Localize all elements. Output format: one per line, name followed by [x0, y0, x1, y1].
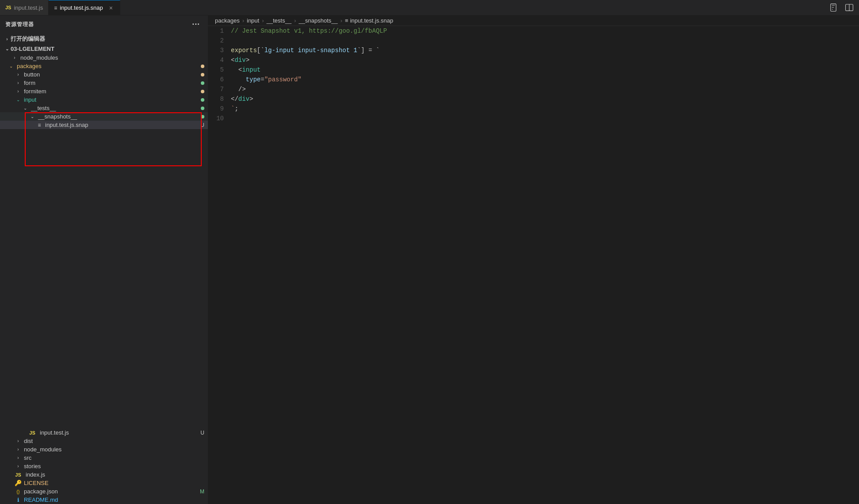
breadcrumb-sep: › — [340, 17, 342, 24]
sidebar-item-snap-file[interactable]: ≡ input.test.js.snap U — [0, 121, 208, 129]
root-folder-section[interactable]: ⌄ 03-LGELEMENT — [0, 44, 208, 53]
code-line-2 — [231, 36, 859, 46]
sidebar-item-formitem[interactable]: › formitem — [0, 87, 208, 95]
chevron-down-icon: ⌄ — [14, 97, 22, 102]
breadcrumb-file: ≡ input.test.js.snap — [345, 17, 393, 24]
sidebar-item-stories[interactable]: › stories — [0, 462, 208, 470]
code-token: /> — [231, 84, 246, 94]
code-line-6: type="password" — [231, 75, 859, 84]
code-line-8: </div> — [231, 94, 859, 104]
sidebar-item-snapshots[interactable]: ⌄ __snapshots__ — [0, 112, 208, 121]
file-label: package.json — [24, 488, 200, 495]
line-num-1: 1 — [211, 26, 224, 36]
sidebar-item-package-json[interactable]: {} package.json M — [0, 487, 208, 496]
file-label: README.md — [24, 496, 208, 503]
code-token: > — [249, 94, 253, 104]
tab-input-test-snap[interactable]: ≡ input.test.js.snap × — [49, 0, 120, 15]
readme-icon: ℹ — [14, 497, 22, 503]
license-icon: 🔑 — [14, 480, 22, 486]
code-token: < — [231, 55, 234, 65]
sidebar-item-input[interactable]: ⌄ input — [0, 95, 208, 104]
snap-file-icon: ≡ — [35, 122, 43, 128]
split-editor-icon[interactable] — [843, 1, 855, 14]
code-line-1: // Jest Snapshot v1, https://goo.gl/fbAQ… — [231, 26, 859, 36]
js-file-icon: JS — [14, 472, 22, 477]
js-file-icon: JS — [28, 430, 36, 435]
sidebar-item-form[interactable]: › form — [0, 79, 208, 87]
chevron-right-icon: › — [14, 80, 22, 85]
modified-badge — [201, 65, 204, 68]
snap-icon: ≡ — [54, 5, 57, 11]
sidebar-item-tests[interactable]: ⌄ __tests__ — [0, 104, 208, 112]
sidebar: 资源管理器 ··· › 打开的编辑器 ⌄ 03-LGELEMENT › node… — [0, 15, 208, 504]
sidebar-item-index-js[interactable]: JS index.js — [0, 470, 208, 479]
code-token: `] = ` — [357, 46, 380, 55]
chevron-down-icon: ⌄ — [7, 64, 15, 69]
tab-bar-actions — [827, 0, 859, 15]
file-label: LICENSE — [24, 480, 208, 486]
folder-label: input — [24, 96, 201, 103]
more-button[interactable]: ··· — [189, 19, 203, 30]
chevron-down-icon: ⌄ — [28, 114, 36, 119]
sidebar-item-node-modules-root[interactable]: › node_modules — [0, 53, 208, 62]
sidebar-item-src[interactable]: › src — [0, 454, 208, 462]
sidebar-item-dist[interactable]: › dist — [0, 437, 208, 445]
sidebar-item-license[interactable]: 🔑 LICENSE — [0, 479, 208, 487]
line-num-10: 10 — [211, 114, 224, 123]
code-token: > — [246, 55, 249, 65]
breadcrumb-sep: › — [262, 17, 264, 24]
tab-input-test-js[interactable]: JS input.test.js — [0, 0, 49, 15]
sidebar-title: 资源管理器 — [5, 21, 34, 28]
code-token: div — [234, 55, 245, 65]
chevron-right-icon: › — [14, 72, 22, 77]
breadcrumb-tests: __tests__ — [267, 17, 291, 24]
code-token: // Jest Snapshot v1, https://goo.gl/fbAQ… — [231, 26, 387, 36]
code-token: < — [231, 65, 242, 75]
sidebar-item-readme[interactable]: ℹ README.md — [0, 496, 208, 504]
breadcrumb-sep: › — [242, 17, 244, 24]
breadcrumb-snapshots: __snapshots__ — [299, 17, 337, 24]
root-folder-label: 03-LGELEMENT — [11, 46, 54, 52]
line-num-6: 6 — [211, 75, 224, 84]
folder-label: __tests__ — [31, 105, 201, 111]
chevron-right-icon: › — [4, 37, 11, 42]
modified-badge — [201, 81, 204, 85]
breadcrumb: packages › input › __tests__ › __snapsho… — [208, 15, 859, 26]
code-line-10 — [231, 114, 859, 123]
sidebar-item-button[interactable]: › button — [0, 70, 208, 79]
file-label: index.js — [26, 471, 208, 478]
file-status: U — [200, 122, 204, 128]
folder-label: node_modules — [24, 446, 208, 453]
breadcrumb-filename: input.test.js.snap — [350, 17, 393, 24]
code-line-7: /> — [231, 84, 859, 94]
folder-label: button — [24, 71, 201, 78]
chevron-right-icon: › — [14, 439, 22, 443]
breadcrumb-input: input — [247, 17, 259, 24]
sidebar-item-input-test-js[interactable]: JS input.test.js U — [0, 428, 208, 437]
editor-area: packages › input › __tests__ › __snapsho… — [208, 15, 859, 504]
sidebar-item-packages[interactable]: ⌄ packages — [0, 62, 208, 70]
code-token: lg-input input-snapshot 1 — [265, 46, 357, 55]
code-line-4: <div> — [231, 55, 859, 65]
code-token: exports — [231, 46, 257, 55]
file-status: M — [200, 489, 204, 495]
json-icon: {} — [14, 489, 22, 494]
line-num-4: 4 — [211, 55, 224, 65]
code-lines: // Jest Snapshot v1, https://goo.gl/fbAQ… — [229, 26, 859, 504]
modified-badge — [201, 115, 204, 118]
file-label: input.test.js — [40, 429, 200, 436]
tab-label: input.test.js — [14, 4, 43, 11]
code-editor[interactable]: 1 2 3 4 5 6 7 8 9 10 // Jest Snapshot v1… — [208, 26, 859, 504]
line-num-3: 3 — [211, 46, 224, 55]
chevron-right-icon: › — [14, 89, 22, 94]
git-compare-icon[interactable] — [827, 1, 840, 14]
open-editors-section[interactable]: › 打开的编辑器 — [0, 34, 208, 44]
tab-label: input.test.js.snap — [60, 4, 103, 11]
code-line-9: `; — [231, 104, 859, 114]
line-numbers: 1 2 3 4 5 6 7 8 9 10 — [208, 26, 229, 504]
code-token: div — [238, 94, 249, 104]
sidebar-item-node-modules[interactable]: › node_modules — [0, 445, 208, 454]
folder-label: dist — [24, 438, 208, 444]
close-icon[interactable]: × — [107, 4, 115, 11]
breadcrumb-sep: › — [294, 17, 296, 24]
